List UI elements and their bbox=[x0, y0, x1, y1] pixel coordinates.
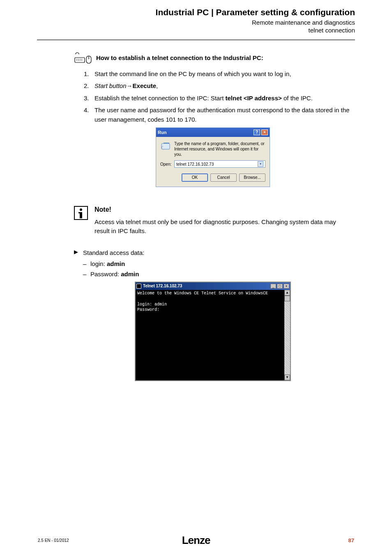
browse-button[interactable]: Browse... bbox=[239, 173, 265, 182]
footer-version: 2.5 EN - 01/2012 bbox=[38, 538, 69, 543]
header-subtitle-1: Remote maintenance and diagnostics bbox=[0, 19, 355, 26]
dash-bullet-icon: – bbox=[83, 269, 90, 279]
password-row: Password: admin bbox=[90, 269, 139, 279]
howto-row: How to establish a telnet connection to … bbox=[74, 52, 352, 65]
triangle-bullet-icon: ▶ bbox=[74, 248, 83, 257]
scroll-up-button[interactable]: ▲ bbox=[284, 290, 290, 296]
page-header: Industrial PC | Parameter setting & conf… bbox=[0, 0, 392, 34]
arrow-icon: → bbox=[127, 82, 133, 89]
maximize-button[interactable]: □ bbox=[277, 284, 283, 289]
page-number: 87 bbox=[348, 537, 354, 543]
run-body: Type the name of a program, folder, docu… bbox=[156, 137, 270, 187]
step-num: 3. bbox=[84, 93, 95, 103]
header-title: Industrial PC | Parameter setting & conf… bbox=[0, 7, 355, 17]
keyboard-mouse-icon bbox=[74, 52, 93, 65]
login-row: login: admin bbox=[90, 259, 125, 268]
help-button[interactable]: ? bbox=[254, 130, 260, 135]
telnet-console[interactable]: Welcome to the Windows CE Telnet Service… bbox=[136, 290, 284, 380]
scrollbar[interactable]: ▲ ▼ bbox=[284, 290, 290, 380]
info-icon bbox=[74, 206, 88, 220]
step-text: Start the command line on the PC by mean… bbox=[95, 69, 352, 79]
run-program-icon bbox=[160, 141, 172, 152]
scroll-down-button[interactable]: ▼ bbox=[284, 375, 290, 380]
note-text: Access via telnet must only be used for … bbox=[95, 217, 352, 236]
run-dialog: Run ? × Type the name of a program, fold… bbox=[156, 127, 270, 187]
close-button[interactable]: × bbox=[261, 130, 268, 135]
header-subtitle-2: telnet connection bbox=[0, 27, 355, 34]
access-data-list: ▶ Standard access data: – login: admin –… bbox=[74, 248, 352, 279]
minimize-button[interactable]: _ bbox=[270, 284, 276, 289]
run-title: Run bbox=[158, 130, 252, 135]
ok-button[interactable]: OK bbox=[182, 173, 208, 182]
step-num: 1. bbox=[84, 69, 95, 79]
open-input[interactable]: telnet 172.16.102.73 ▾ bbox=[174, 160, 265, 168]
step-num: 2. bbox=[84, 81, 95, 90]
telnet-login-line: login: admin bbox=[137, 302, 283, 308]
close-button[interactable]: × bbox=[284, 284, 289, 289]
dropdown-icon[interactable]: ▾ bbox=[258, 161, 263, 167]
open-value: telnet 172.16.102.73 bbox=[176, 162, 214, 166]
login-label: login: bbox=[90, 260, 107, 267]
step-text: Establish the telnet connection to the I… bbox=[95, 93, 352, 103]
open-label: Open: bbox=[160, 162, 174, 166]
std-access-label: Standard access data: bbox=[83, 248, 144, 257]
step-text: Start button→Execute, bbox=[95, 81, 352, 90]
page-footer: 2.5 EN - 01/2012 Lenze 87 bbox=[0, 537, 392, 543]
run-titlebar[interactable]: Run ? × bbox=[156, 128, 270, 137]
start-button-label: Start button bbox=[95, 82, 127, 89]
svg-rect-0 bbox=[75, 58, 85, 62]
cancel-button[interactable]: Cancel bbox=[210, 173, 237, 182]
note-block: Note! Access via telnet must only be use… bbox=[74, 206, 352, 236]
telnet-title: Telnet 172.16.102.73 bbox=[143, 284, 270, 288]
svg-rect-11 bbox=[161, 143, 170, 149]
steps-list: 1. Start the command line on the PC by m… bbox=[74, 69, 352, 124]
run-description: Type the name of a program, folder, docu… bbox=[174, 141, 265, 157]
telnet-welcome-line: Welcome to the Windows CE Telnet Service… bbox=[137, 291, 283, 296]
step3-pre: Establish the telnet connection to the I… bbox=[95, 95, 226, 102]
telnet-window: Telnet 172.16.102.73 _ □ × Welcome to th… bbox=[135, 282, 291, 381]
password-value: admin bbox=[121, 271, 139, 278]
telnet-password-line: Password: bbox=[137, 307, 283, 313]
telnet-titlebar[interactable]: Telnet 172.16.102.73 _ □ × bbox=[136, 282, 290, 290]
scroll-thumb[interactable] bbox=[284, 296, 290, 301]
step-num: 4. bbox=[84, 105, 95, 125]
password-label: Password: bbox=[90, 271, 121, 278]
note-title: Note! bbox=[95, 206, 352, 213]
dash-bullet-icon: – bbox=[83, 259, 90, 268]
howto-heading: How to establish a telnet connection to … bbox=[96, 52, 263, 61]
step-text: The user name and password for the authe… bbox=[95, 105, 352, 125]
telnet-app-icon bbox=[136, 284, 141, 289]
telnet-cmd: telnet <IP address> bbox=[226, 95, 282, 102]
footer-logo: Lenze bbox=[182, 534, 210, 547]
comma: , bbox=[156, 82, 158, 89]
login-value: admin bbox=[107, 260, 125, 267]
step3-post: of the IPC. bbox=[282, 95, 313, 102]
execute-label: Execute bbox=[133, 82, 157, 89]
